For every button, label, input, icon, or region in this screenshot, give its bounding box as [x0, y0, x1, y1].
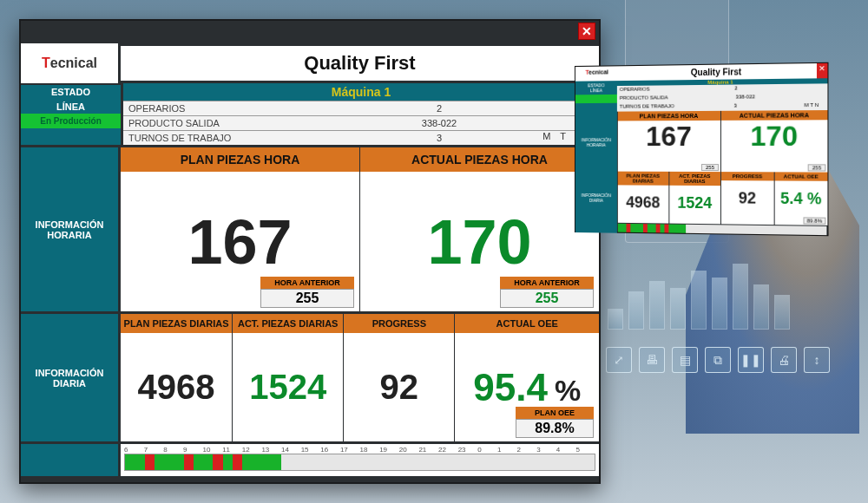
plan-hourly-head: PLAN PIEZAS HORA [121, 147, 359, 172]
mini-plan-oee: 89.8% [803, 217, 825, 224]
sort-icon[interactable]: ↕ [804, 347, 830, 373]
info-row-producto: PRODUCTO SALIDA 338-022 [123, 115, 599, 130]
line-status-panel: ESTADO LÍNEA En Producción [21, 83, 121, 145]
timeline-hour: 13 [261, 446, 281, 454]
timeline-hour: 4 [556, 446, 576, 454]
holo-bar-chart [608, 260, 790, 330]
timeline-seg [233, 454, 242, 470]
daily-side-label: INFORMACIÓN DIARIA [21, 314, 121, 441]
expand-icon[interactable]: ⤢ [606, 347, 632, 373]
page-icon[interactable]: ▤ [672, 347, 698, 373]
info-row-operarios: OPERARIOS 2 [123, 101, 599, 115]
timeline-side [21, 444, 121, 476]
plan-daily-cell: PLAN PIEZAS DIARIAS 4968 [121, 314, 232, 441]
timeline-seg [262, 454, 272, 470]
timeline-body: 67891011121314151617181920212223012345 [121, 444, 599, 476]
actual-hourly-prev: HORA ANTERIOR 255 [500, 277, 594, 308]
info-label: TURNOS DE TRABAJO [123, 131, 349, 145]
plan-hourly-cell: PLAN PIEZAS HORA 167 HORA ANTERIOR 255 [121, 147, 359, 311]
actual-daily-head: ACT. PIEZAS DIARIAS [233, 314, 343, 333]
dashboard-window: ✕ Tecnical Quality First ESTADO LÍNEA En… [19, 19, 601, 484]
prev-value: 255 [260, 289, 354, 308]
info-label: PRODUCTO SALIDA [123, 116, 349, 130]
timeline-seg [155, 454, 164, 470]
timeline-seg [448, 454, 457, 470]
timeline-seg [477, 454, 487, 470]
timeline-seg [516, 454, 526, 470]
prev-label: HORA ANTERIOR [500, 277, 594, 289]
timeline-bars [124, 454, 595, 471]
brand-logo: Tecnical [21, 43, 121, 83]
mini-daily: INFORMACIÓN DIARIA PLAN PIEZAS DIARIAS49… [575, 171, 828, 225]
hourly-section: INFORMACIÓN HORARIA PLAN PIEZAS HORA 167… [21, 145, 599, 311]
timeline-hour: 8 [163, 446, 183, 454]
oee-head: ACTUAL OEE [455, 314, 599, 333]
timeline-seg [242, 454, 252, 470]
timeline-seg [438, 454, 448, 470]
timeline-seg [506, 454, 516, 470]
mini-hourly: INFORMACIÓN HORARIA PLAN PIEZAS HORA 167… [575, 110, 828, 173]
plan-daily-value: 4968 [121, 333, 232, 441]
prev-value: 255 [500, 289, 594, 308]
timeline-hour: 11 [222, 446, 242, 454]
info-panel: Máquina 1 OPERARIOS 2 PRODUCTO SALIDA 33… [121, 83, 599, 145]
prev-label: HORA ANTERIOR [260, 277, 354, 289]
line-status-badge: En Producción [21, 114, 121, 128]
copy-icon[interactable]: ⧉ [705, 347, 731, 373]
pause-icon[interactable]: ❚❚ [738, 347, 764, 373]
timeline-seg [213, 454, 222, 470]
actual-hourly-cell: ACTUAL PIEZAS HORA 170 HORA ANTERIOR 255 [359, 147, 599, 311]
secondary-monitor: Tecnical Quality First ✕ ESTADO LÍNEA Má… [575, 62, 829, 236]
oee-value: 95.4 [473, 366, 548, 409]
hourly-cells: PLAN PIEZAS HORA 167 HORA ANTERIOR 255 A… [121, 147, 599, 311]
timeline-seg [536, 454, 545, 470]
progress-value: 92 [344, 333, 454, 441]
timeline-hour: 2 [517, 446, 537, 454]
timeline-seg [467, 454, 477, 470]
close-icon[interactable]: ✕ [578, 23, 595, 40]
timeline-seg [389, 454, 398, 470]
page-title: Quality First [121, 43, 599, 83]
printer-icon[interactable]: 🖶 [639, 347, 665, 373]
timeline-seg [184, 454, 194, 470]
timeline-section: 67891011121314151617181920212223012345 [21, 441, 599, 476]
timeline-hour: 6 [124, 446, 144, 454]
plan-oee-value: 89.8% [516, 419, 594, 438]
plan-hourly-prev: HORA ANTERIOR 255 [260, 277, 354, 308]
timeline-seg [340, 454, 350, 470]
timeline-hour: 22 [438, 446, 458, 454]
timeline-hour: 14 [281, 446, 301, 454]
info-value: 3 [349, 131, 529, 145]
info-value: 338-022 [349, 116, 529, 130]
actual-daily-cell: ACT. PIEZAS DIARIAS 1524 [232, 314, 343, 441]
timeline-seg [457, 454, 467, 470]
mini-close-icon[interactable]: ✕ [817, 63, 827, 79]
timeline-hours: 67891011121314151617181920212223012345 [124, 446, 595, 454]
timeline-seg [565, 454, 575, 470]
timeline-seg [292, 454, 301, 470]
brand-prefix: T [42, 56, 50, 71]
header: Tecnical Quality First [21, 43, 599, 83]
plan-daily-head: PLAN PIEZAS DIARIAS [121, 314, 232, 333]
print-icon[interactable]: 🖨 [771, 347, 797, 373]
plan-oee-box: PLAN OEE 89.8% [516, 407, 594, 438]
timeline-seg [145, 454, 155, 470]
timeline-hour: 3 [536, 446, 556, 454]
timeline-seg [194, 454, 203, 470]
timeline-seg [135, 454, 144, 470]
timeline-seg [350, 454, 359, 470]
actual-hourly-head: ACTUAL PIEZAS HORA [360, 147, 599, 172]
timeline-hour: 12 [242, 446, 262, 454]
timeline-seg [272, 454, 281, 470]
timeline-hour: 17 [340, 446, 360, 454]
timeline-seg [174, 454, 183, 470]
timeline-seg [331, 454, 340, 470]
timeline-seg [398, 454, 408, 470]
mini-logo: Tecnical [575, 66, 619, 81]
timeline-hour: 18 [360, 446, 380, 454]
timeline-seg [418, 454, 428, 470]
timeline-seg [487, 454, 496, 470]
timeline-seg [526, 454, 536, 470]
oee-pct: % [555, 374, 581, 408]
timeline-seg [496, 454, 506, 470]
